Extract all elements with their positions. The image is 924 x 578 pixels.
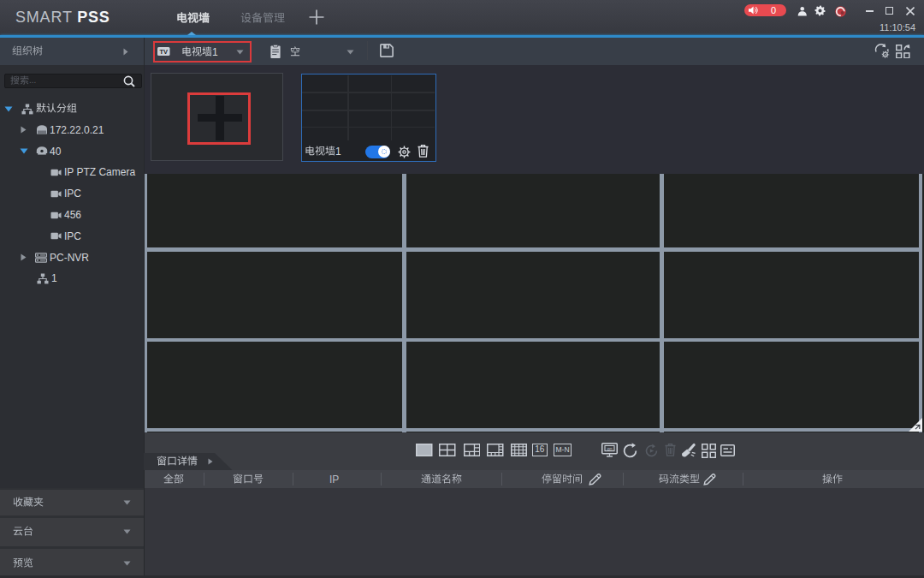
svg-text:on: on: [607, 446, 612, 451]
svg-text:TV: TV: [159, 48, 168, 56]
